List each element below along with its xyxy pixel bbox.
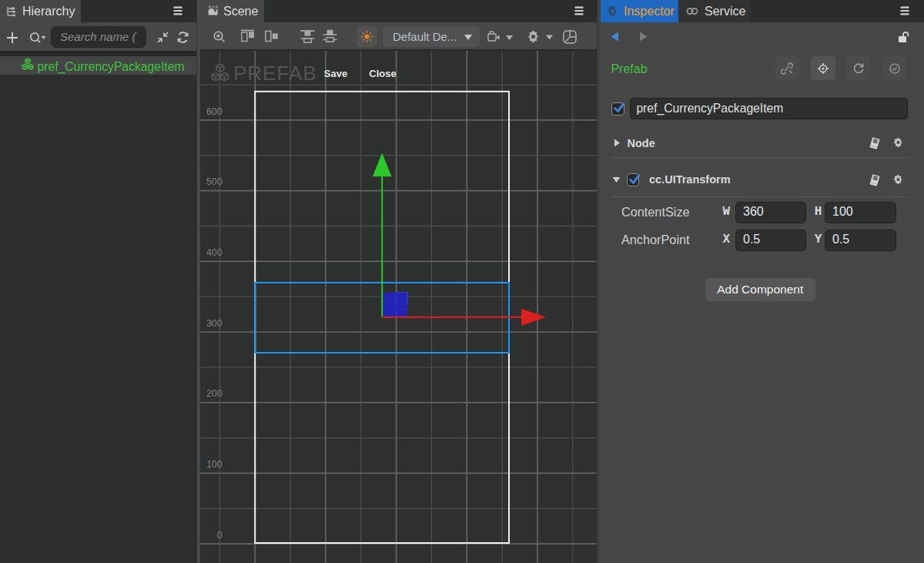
svg-text:PREFAB: PREFAB bbox=[233, 62, 317, 85]
svg-text:Save: Save bbox=[324, 68, 347, 79]
svg-text:500: 500 bbox=[206, 176, 223, 187]
svg-text:100: 100 bbox=[206, 459, 223, 470]
svg-text:Close: Close bbox=[369, 68, 396, 79]
svg-text:600: 600 bbox=[206, 106, 223, 117]
svg-text:200: 200 bbox=[206, 388, 223, 399]
svg-text:0: 0 bbox=[217, 530, 223, 541]
svg-text:300: 300 bbox=[206, 318, 223, 329]
svg-text:400: 400 bbox=[206, 247, 223, 258]
